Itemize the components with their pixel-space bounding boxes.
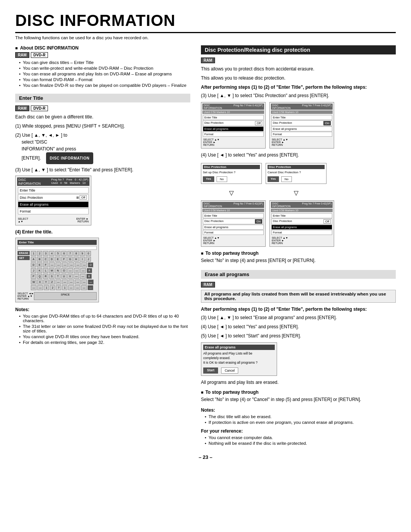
disc-prot-step4: (4) Use [ ◄ ] to select "Yes" and press … bbox=[201, 152, 396, 158]
disc-prot-dialog-pair: Disc Protection Set up Disc Protection ?… bbox=[201, 161, 396, 185]
page-title: DISC INFORMATION bbox=[15, 11, 396, 33]
note-3: You cannot give DVD-R titles once they h… bbox=[19, 334, 190, 339]
kb-erase-btn[interactable]: ERASE bbox=[18, 251, 30, 255]
arrow-down-2: ▽ bbox=[266, 189, 327, 197]
erase-after-text: All programs and play lists are erased. bbox=[201, 379, 396, 386]
about-bullet-1: You can give discs titles – Enter Title bbox=[19, 60, 190, 65]
erase-header: Erase all programs bbox=[201, 270, 396, 279]
disc-prot-intro1: This allows you to protect discs from ac… bbox=[201, 66, 396, 72]
disc-prot-screen-pair-bottom: DISCINFORMATION Prog No 7 Free 0:42(SP) … bbox=[201, 200, 396, 247]
disc-prot-intro2: This allows you to release disc protecti… bbox=[201, 75, 396, 81]
step2-text: (2) Use [ ▲, ▼, ◄, ► ] to select "DISC I… bbox=[15, 132, 190, 164]
arrow-down-1: ▽ bbox=[201, 189, 262, 197]
erase-badge-ram: RAM bbox=[201, 282, 215, 288]
set-no-btn[interactable]: No bbox=[217, 176, 227, 182]
disc-prot-bold-step: After performing steps (1) to (2) of "En… bbox=[201, 84, 396, 91]
disc-prot-badge-ram: RAM bbox=[201, 58, 215, 63]
for-your-ref-title: For your reference: bbox=[201, 428, 396, 434]
keyboard-mockup: Enter Title ERASE SET 1234567890 ABCDEFG… bbox=[15, 238, 99, 302]
set-dialog-text: Set up Disc Protection ? bbox=[203, 171, 260, 174]
menu-erase-all: Erase all programs bbox=[18, 201, 89, 208]
step1-text: (1) While stopped, press [MENU (SHIFT + … bbox=[15, 123, 190, 129]
disc-prot-value: Off bbox=[80, 195, 87, 200]
disc-prot-screen-off: DISCINFORMATION Prog No 7 Free 0:42(SP) … bbox=[201, 102, 266, 149]
cancel-yes-btn[interactable]: Yes bbox=[268, 176, 279, 182]
right-column: Disc Protection/Releasing disc protectio… bbox=[201, 45, 396, 447]
intro-text: The following functions can be used for … bbox=[15, 35, 190, 40]
note-1: You can give DVD-RAM titles of up to 64 … bbox=[19, 314, 190, 323]
erase-warning: All programs and play lists created from… bbox=[201, 290, 396, 303]
enter-title-header: Enter Title bbox=[15, 94, 190, 102]
disc-protection-header: Disc Protection/Releasing disc protectio… bbox=[201, 45, 396, 54]
disc-info-badge: DISC INFORMATION bbox=[46, 152, 93, 164]
menu-disc-protection: Disc Protection Off bbox=[18, 194, 89, 201]
step3-text: (3) Use [ ▲, ▼ ] to select "Enter Title"… bbox=[15, 166, 190, 173]
erase-start-btn[interactable]: Start bbox=[203, 367, 218, 374]
enter-title-notes: Notes: You can give DVD-RAM titles of up… bbox=[15, 307, 190, 345]
about-bullet-3: You can erase all programs and play list… bbox=[19, 72, 190, 76]
disc-prot-indicator bbox=[76, 197, 79, 199]
for-your-reference: For your reference: You cannot erase com… bbox=[201, 428, 396, 446]
screen-header: DISCINFORMATION Prog No 7 Free 0 : 42 (S… bbox=[17, 177, 89, 186]
menu-enter-title: Enter Title bbox=[18, 187, 89, 193]
erase-step5: (5) Use [ ◄ ] to select "Start" and pres… bbox=[201, 332, 396, 339]
kb-space: SPACE bbox=[34, 292, 97, 300]
page-number: – 23 – bbox=[15, 454, 396, 460]
badge-dvdr: DVD-R bbox=[31, 52, 48, 58]
about-bullet-2: You can write-protect and write-enable D… bbox=[19, 66, 190, 70]
cancel-no-btn[interactable]: No bbox=[281, 176, 292, 182]
for-ref-1: You cannot erase computer data. bbox=[205, 435, 396, 440]
disc-prot-screen-bottom-off: DISCINFORMATION Prog No 7 Free 0:42(SP) … bbox=[269, 200, 334, 247]
badge-ram: RAM bbox=[15, 52, 29, 58]
enter-title-badge-ram: RAM bbox=[15, 105, 29, 111]
kb-title: Enter Title bbox=[18, 240, 97, 245]
enter-title-screen: DISCINFORMATION Prog No 7 Free 0 : 42 (S… bbox=[15, 176, 91, 225]
disc-prot-step3: (3) Use [ ▲, ▼ ] to select "Disc Protect… bbox=[201, 92, 396, 99]
note-4: For details on entering titles, see page… bbox=[19, 340, 190, 345]
erase-stop-partway: To stop partway through Select "No" in s… bbox=[201, 390, 396, 403]
stop-text-2: Select "No" in step (4) or "Cancel" in s… bbox=[201, 396, 396, 403]
for-ref-2: Nothing will be erased if the disc is wr… bbox=[205, 441, 396, 446]
enter-title-subtitle: Each disc can be given a different title… bbox=[15, 113, 190, 120]
erase-badge-row: RAM bbox=[201, 282, 396, 288]
disc-prot-stop-partway: To stop partway through Select "No" in s… bbox=[201, 251, 396, 264]
disc-prot-screen-pair-top: DISCINFORMATION Prog No 7 Free 0:42(SP) … bbox=[201, 102, 396, 149]
disc-prot-badge-row: RAM bbox=[201, 58, 396, 63]
menu-format: Format bbox=[18, 208, 89, 214]
erase-dialog: Erase all programs All programs and Play… bbox=[201, 342, 277, 376]
about-bullet-5: You can finalize DVD-R so they can be pl… bbox=[19, 83, 190, 88]
erase-notes-title: Notes: bbox=[201, 407, 396, 413]
erase-dialog-text: All programs and Play Lists will be comp… bbox=[203, 351, 275, 365]
arrows-row: ▽ ▽ bbox=[201, 189, 396, 197]
erase-section: Erase all programs RAM All programs and … bbox=[201, 270, 396, 446]
enter-title-section: Enter Title RAM DVD-R Each disc can be g… bbox=[15, 94, 190, 345]
notes-bullets: You can give DVD-RAM titles of up to 64 … bbox=[15, 314, 190, 345]
main-layout: About DISC INFORMATION RAM DVD-R You can… bbox=[15, 45, 396, 447]
about-badges: RAM DVD-R bbox=[15, 52, 190, 58]
erase-note-1: The disc title will also be erased. bbox=[205, 414, 396, 419]
step4-title: (4) Enter the title. bbox=[15, 228, 190, 235]
format-menu-item: Format bbox=[203, 132, 264, 137]
set-yes-btn[interactable]: Yes bbox=[203, 176, 214, 182]
erase-bold-step: After performing steps (1) to (2) of "En… bbox=[201, 306, 396, 313]
stop-text-1: Select "No" in step (4) and press [ENTER… bbox=[201, 257, 396, 264]
erase-step4: (4) Use [ ◄ ] to select "Yes" and press … bbox=[201, 323, 396, 330]
format-menu-item-2: Format bbox=[271, 132, 332, 137]
note-2: The 31st letter or later on some finaliz… bbox=[19, 324, 190, 333]
disc-prot-screen-bottom-on: DISCINFORMATION Prog No 7 Free 0:42(SP) … bbox=[201, 200, 266, 247]
left-column: About DISC INFORMATION RAM DVD-R You can… bbox=[15, 45, 190, 447]
enter-title-badges: RAM DVD-R bbox=[15, 105, 190, 111]
stop-title-1: To stop partway through bbox=[201, 251, 396, 256]
about-title: About DISC INFORMATION bbox=[15, 45, 190, 51]
about-section: About DISC INFORMATION RAM DVD-R You can… bbox=[15, 45, 190, 88]
disc-prot-screen-on: DISCINFORMATION Prog No 7 Free 0:42(SP) … bbox=[269, 102, 334, 149]
stop-title-2: To stop partway through bbox=[201, 390, 396, 395]
erase-dialog-title: Erase all programs bbox=[203, 345, 275, 350]
kb-set-btn[interactable]: SET bbox=[18, 256, 30, 260]
kb-input-field bbox=[18, 246, 97, 250]
cancel-disc-prot-dialog: Disc Protection Cancel Disc Protection ?… bbox=[266, 163, 327, 184]
cancel-dialog-title: Disc Protection bbox=[268, 165, 325, 169]
about-bullet-4: You can format DVD-RAM – Format bbox=[19, 77, 190, 82]
erase-step3: (3) Use [ ▲, ▼ ] to select "Erase all pr… bbox=[201, 314, 396, 321]
erase-cancel-btn[interactable]: Cancel bbox=[221, 367, 238, 374]
